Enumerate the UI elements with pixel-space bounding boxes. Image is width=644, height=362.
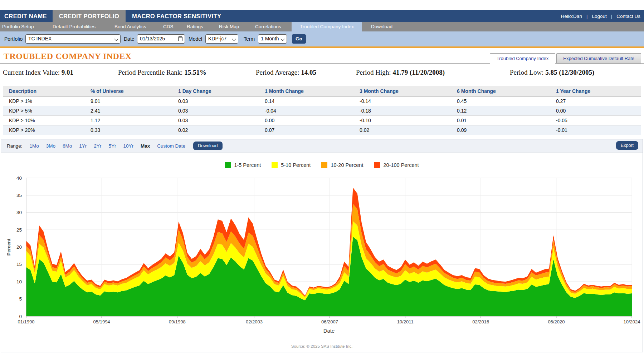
- range-3mo[interactable]: 3Mo: [46, 143, 55, 149]
- svg-text:25: 25: [16, 227, 22, 233]
- range-max-selected[interactable]: Max: [141, 143, 150, 149]
- svg-text:10/2011: 10/2011: [397, 319, 414, 324]
- nav-cds[interactable]: CDS: [163, 22, 174, 31]
- svg-text:40: 40: [16, 175, 22, 181]
- svg-text:02/2003: 02/2003: [246, 319, 263, 324]
- chart-panel: Range: 1Mo 3Mo 6Mo 1Yr 2Yr 5Yr 10Yr Max …: [1, 139, 643, 352]
- col-pct-of-universe: % of Universe: [84, 86, 172, 96]
- svg-text:01/1990: 01/1990: [18, 319, 35, 324]
- svg-text:35: 35: [16, 193, 22, 198]
- tci-stacked-area-chart: 051015202530354001/199005/199409/199802/…: [1, 153, 643, 342]
- stat-period-average: Period Average: 14.05: [256, 69, 316, 76]
- stats-row: Current Index Value: 9.01 Period Percent…: [0, 64, 644, 86]
- nav-troubled-company-index[interactable]: Troubled Company Index: [292, 22, 362, 31]
- table-row: KDP > 5%2.410.03-0.04-0.180.120.00: [3, 106, 641, 116]
- calendar-icon[interactable]: [178, 36, 182, 41]
- col-description: Description: [3, 86, 84, 96]
- svg-text:06/2007: 06/2007: [321, 319, 338, 324]
- nav-portfolio-setup[interactable]: Portfolio Setup: [2, 22, 34, 31]
- svg-text:09/1998: 09/1998: [169, 319, 186, 324]
- svg-text:10: 10: [16, 279, 22, 284]
- export-button[interactable]: Export: [616, 141, 638, 150]
- logout-link[interactable]: Logout: [592, 14, 606, 19]
- chevron-down-icon: [114, 37, 118, 41]
- col-1-month-change: 1 Month Change: [259, 86, 353, 96]
- go-button[interactable]: Go: [292, 34, 306, 44]
- range-1mo[interactable]: 1Mo: [30, 143, 39, 149]
- y-axis-title: Percent: [6, 238, 11, 256]
- col-3-month-change: 3 Month Change: [353, 86, 451, 96]
- range-custom-date[interactable]: Custom Date: [157, 143, 185, 149]
- svg-text:15: 15: [16, 262, 22, 267]
- col-6-month-change: 6 Month Change: [451, 86, 550, 96]
- table-row: KDP > 20%0.330.020.070.020.09-0.01: [3, 125, 641, 135]
- stat-period-low: Period Low: 5.85 (12/30/2005): [510, 69, 594, 76]
- svg-text:20: 20: [16, 244, 22, 250]
- model-select[interactable]: KDP-jc7: [205, 34, 238, 44]
- svg-text:0: 0: [19, 314, 22, 319]
- title-row: TROUBLED COMPANY INDEX Troubled Company …: [0, 48, 644, 64]
- tab-credit-name[interactable]: CREDIT NAME: [4, 10, 47, 22]
- stat-period-percentile-rank: Period Percentile Rank: 15.51%: [118, 69, 206, 76]
- x-axis-title: Date: [323, 328, 335, 334]
- user-greeting: Hello:Dan: [561, 14, 582, 19]
- portfolio-label: Portfolio: [4, 31, 23, 46]
- top-navbar: CREDIT NAME CREDIT PORTFOLIO MACRO FACTO…: [0, 10, 644, 22]
- model-label: Model: [189, 31, 202, 46]
- chevron-down-icon: [280, 37, 284, 41]
- separator: |: [611, 14, 613, 19]
- nav-bond-analytics[interactable]: Bond Analytics: [114, 22, 146, 31]
- tab-credit-portfolio[interactable]: CREDIT PORTFOLIO: [53, 10, 126, 22]
- svg-text:5: 5: [19, 296, 22, 302]
- svg-text:10/2024: 10/2024: [624, 319, 640, 324]
- chevron-down-icon: [232, 37, 236, 41]
- range-1yr[interactable]: 1Yr: [79, 143, 87, 149]
- date-label: Date: [124, 31, 135, 46]
- range-6mo[interactable]: 6Mo: [63, 143, 72, 149]
- app-root: CREDIT NAME CREDIT PORTFOLIO MACRO FACTO…: [0, 0, 644, 362]
- tab-troubled-company-index[interactable]: Troubled Company Index: [490, 53, 556, 64]
- filter-bar: Portfolio TC INDEX Date 01/13/2025 Model…: [0, 31, 644, 46]
- source-attribution: Source: © 2025 SAS Institute Inc.: [1, 344, 643, 348]
- svg-text:02/2016: 02/2016: [472, 319, 489, 324]
- tab-expected-cumulative-default-rate[interactable]: Expected Cumulative Default Rate: [556, 53, 641, 64]
- tab-macro-factor-sensitivity[interactable]: MACRO FACTOR SENSITIVITY: [132, 10, 221, 22]
- term-label: Term: [244, 31, 255, 46]
- nav-default-probabilities[interactable]: Default Probabilities: [53, 22, 96, 31]
- download-button[interactable]: Download: [193, 142, 223, 150]
- col-1-year-change: 1 Year Change: [550, 86, 641, 96]
- stat-period-high: Period High: 41.79 (11/20/2008): [356, 69, 445, 76]
- svg-text:30: 30: [16, 210, 22, 215]
- range-label: Range:: [7, 143, 23, 149]
- separator: |: [586, 14, 588, 19]
- nav-ratings[interactable]: Ratings: [187, 22, 203, 31]
- range-5yr[interactable]: 5Yr: [108, 143, 116, 149]
- nav-download[interactable]: Download: [371, 22, 392, 31]
- contact-us-link[interactable]: Contact Us: [616, 14, 640, 19]
- chart-area: 1-5 Percent 5-10 Percent 10-20 Percent 2…: [1, 153, 643, 352]
- portfolio-select[interactable]: TC INDEX: [25, 34, 121, 44]
- table-header-row: Description % of Universe 1 Day Change 1…: [3, 86, 641, 96]
- svg-text:06/2020: 06/2020: [548, 319, 565, 324]
- term-select[interactable]: 1 Month: [258, 34, 287, 44]
- secondary-nav: Portfolio Setup Default Probabilities Bo…: [0, 22, 644, 31]
- kdp-summary-table: Description % of Universe 1 Day Change 1…: [3, 86, 641, 135]
- date-input[interactable]: 01/13/2025: [137, 34, 185, 44]
- view-tabs: Troubled Company Index Expected Cumulati…: [490, 53, 641, 64]
- stat-current-index-value: Current Index Value: 9.01: [3, 69, 73, 76]
- col-1-day-change: 1 Day Change: [172, 86, 259, 96]
- nav-correlations[interactable]: Correlations: [255, 22, 281, 31]
- page-title: TROUBLED COMPANY INDEX: [4, 51, 132, 61]
- table-row: KDP > 10%1.120.030.00-0.100.01-0.05: [3, 116, 641, 125]
- svg-text:05/1994: 05/1994: [93, 319, 110, 324]
- table-row: KDP > 1%9.010.030.14-0.140.450.27: [3, 96, 641, 106]
- nav-risk-map[interactable]: Risk Map: [219, 22, 239, 31]
- range-10yr[interactable]: 10Yr: [123, 143, 133, 149]
- range-2yr[interactable]: 2Yr: [94, 143, 101, 149]
- range-bar: Range: 1Mo 3Mo 6Mo 1Yr 2Yr 5Yr 10Yr Max …: [1, 139, 643, 153]
- user-links: Hello:Dan | Logout | Contact Us: [561, 10, 640, 22]
